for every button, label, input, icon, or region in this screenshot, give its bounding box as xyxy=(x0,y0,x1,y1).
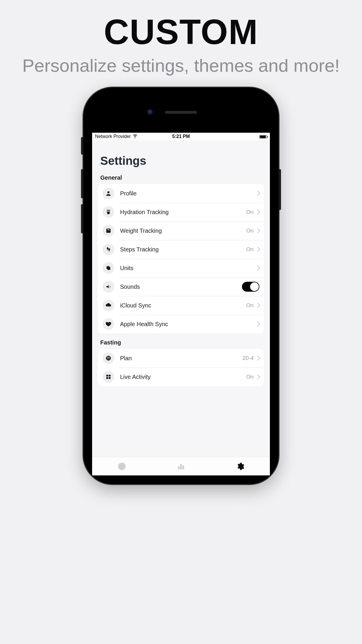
person-icon xyxy=(103,188,114,199)
row-value: 20-4 xyxy=(242,355,254,361)
svg-rect-13 xyxy=(106,375,108,377)
svg-rect-2 xyxy=(107,229,109,230)
phone-frame: Network Provider 5:21 PM Settings Genera… xyxy=(83,88,279,484)
chevron-right-icon xyxy=(255,266,260,271)
tab-bar xyxy=(92,457,270,475)
row-value: On xyxy=(246,209,254,215)
row-label: Steps Tracking xyxy=(120,246,246,253)
carrier-label: Network Provider xyxy=(95,134,131,139)
power-button xyxy=(279,169,281,210)
chevron-right-icon xyxy=(255,228,260,233)
row-label: Hydration Tracking xyxy=(120,209,246,216)
sounds-toggle[interactable] xyxy=(242,282,259,292)
row-label: Weight Tracking xyxy=(120,228,246,234)
svg-point-3 xyxy=(107,247,109,249)
row-label: Sounds xyxy=(120,284,242,290)
row-live-activity[interactable]: Live Activity On xyxy=(98,368,264,386)
section-header-fasting: Fasting xyxy=(100,339,262,346)
svg-point-5 xyxy=(108,248,110,250)
row-steps[interactable]: Steps Tracking On xyxy=(98,240,264,259)
svg-rect-8 xyxy=(107,267,110,270)
volume-up-button xyxy=(81,169,83,198)
svg-point-10 xyxy=(110,286,110,287)
tab-timer[interactable] xyxy=(92,457,151,475)
chevron-right-icon xyxy=(255,356,260,361)
svg-rect-14 xyxy=(109,375,110,377)
volume-down-button xyxy=(81,204,83,233)
row-plan[interactable]: Plan 20-4 xyxy=(98,349,264,368)
svg-point-11 xyxy=(110,287,110,288)
footsteps-icon xyxy=(103,244,114,255)
svg-rect-19 xyxy=(180,464,182,469)
chevron-right-icon xyxy=(255,191,260,196)
svg-rect-20 xyxy=(182,466,184,469)
section-header-general: General xyxy=(100,174,262,181)
svg-rect-1 xyxy=(106,229,111,233)
front-camera xyxy=(147,109,153,115)
chevron-right-icon xyxy=(255,374,260,379)
stack-icon xyxy=(103,262,114,274)
clock-label: 5:21 PM xyxy=(172,134,190,139)
row-value: On xyxy=(246,228,254,234)
row-profile[interactable]: Profile xyxy=(98,184,264,203)
row-label: iCloud Sync xyxy=(120,302,246,309)
row-hydration[interactable]: Hydration Tracking On xyxy=(98,203,264,221)
row-label: Plan xyxy=(120,355,242,362)
battery-icon xyxy=(259,134,267,139)
marketing-banner: CUSTOM Personalize settings, themes and … xyxy=(0,0,362,76)
svg-point-6 xyxy=(109,251,110,251)
svg-point-4 xyxy=(107,250,108,250)
wifi-icon xyxy=(133,134,138,140)
cup-icon xyxy=(103,206,114,218)
row-value: On xyxy=(246,302,254,309)
page-title: Settings xyxy=(100,154,262,167)
cloud-icon xyxy=(103,300,114,311)
row-units[interactable]: Units xyxy=(98,259,264,277)
row-weight[interactable]: Weight Tracking On xyxy=(98,221,264,240)
heart-icon xyxy=(103,318,114,330)
row-value: On xyxy=(246,246,254,253)
svg-point-12 xyxy=(106,356,111,361)
chevron-right-icon xyxy=(255,322,260,327)
fasting-card: Plan 20-4 Live Activity On xyxy=(98,349,264,386)
utensils-icon xyxy=(103,352,114,364)
svg-point-9 xyxy=(110,286,110,286)
row-health[interactable]: Apple Health Sync xyxy=(98,315,264,333)
grid-icon xyxy=(103,371,114,383)
screen: Network Provider 5:21 PM Settings Genera… xyxy=(92,133,270,475)
svg-point-0 xyxy=(107,191,109,193)
chevron-right-icon xyxy=(255,303,260,308)
row-label: Apple Health Sync xyxy=(120,321,256,328)
tab-stats[interactable] xyxy=(151,457,210,475)
row-label: Profile xyxy=(120,190,256,197)
row-icloud[interactable]: iCloud Sync On xyxy=(98,296,264,315)
tab-settings[interactable] xyxy=(211,457,270,475)
settings-scroll[interactable]: Settings General Profile Hydration Track… xyxy=(92,140,270,457)
general-card: Profile Hydration Tracking On Weight Tra xyxy=(98,184,264,333)
mute-switch xyxy=(81,137,83,155)
chevron-right-icon xyxy=(255,247,260,252)
row-label: Live Activity xyxy=(120,374,246,380)
speaker-icon xyxy=(103,281,114,293)
earpiece xyxy=(165,111,197,114)
status-bar: Network Provider 5:21 PM xyxy=(92,133,270,140)
svg-rect-18 xyxy=(178,466,180,469)
scale-icon xyxy=(103,225,114,237)
svg-rect-15 xyxy=(106,377,108,379)
marketing-subhead: Personalize settings, themes and more! xyxy=(0,55,362,76)
marketing-headline: CUSTOM xyxy=(0,12,362,52)
row-value: On xyxy=(246,374,254,380)
row-sounds[interactable]: Sounds xyxy=(98,277,264,296)
chevron-right-icon xyxy=(255,210,260,215)
row-label: Units xyxy=(120,265,256,272)
svg-rect-16 xyxy=(109,377,110,379)
